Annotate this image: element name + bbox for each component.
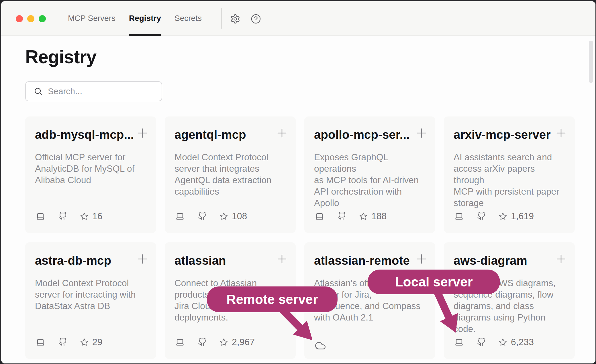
star-icon [219,338,228,347]
server-name: apollo-mcp-ser... [314,128,417,142]
card-footer: 2,967 [175,337,286,347]
help-icon [251,14,261,24]
laptop-icon [175,211,185,221]
star-count: 1,619 [511,211,534,221]
star-icon [80,338,89,347]
scrollbar-thumb[interactable] [589,41,593,83]
server-name: aws-diagram [454,254,557,268]
laptop-icon [36,211,45,221]
star-count: 188 [371,211,387,221]
zoom-window-button[interactable] [39,15,46,22]
server-description: Model Context Protocol server for intera… [35,277,146,312]
card-footer: 29 [36,337,146,347]
server-card[interactable]: apollo-mcp-ser... Exposes GraphQL operat… [304,116,435,233]
close-window-button[interactable] [16,15,23,22]
settings-button[interactable] [230,14,240,24]
plus-icon [555,253,567,265]
plus-icon [555,127,567,139]
server-card[interactable]: atlassian Connect to Atlassian products … [165,242,296,359]
github-icon [58,212,67,221]
card-footer: 16 [36,211,146,221]
star-count: 6,233 [511,337,534,347]
github-icon [58,338,67,347]
server-card[interactable]: arxiv-mcp-server AI assistants search an… [444,116,575,233]
star-count: 16 [92,211,103,221]
laptop-icon [315,211,324,221]
titlebar: MCP Servers Registry Secrets [1,1,595,36]
plus-icon [136,127,149,139]
add-server-button[interactable] [136,253,149,265]
plus-icon [276,127,288,139]
plus-icon [276,253,288,265]
plus-icon [415,253,428,265]
minimize-window-button[interactable] [27,15,34,22]
laptop-icon [454,211,464,221]
tab-registry[interactable]: Registry [129,1,161,35]
add-server-button[interactable] [415,127,428,139]
card-footer: 188 [315,211,426,221]
search-icon [34,87,43,96]
header-divider [221,8,222,29]
registry-content: Registry adb-mysql-mcp... Official MCP s… [1,36,595,363]
github-icon [338,212,346,221]
github-icon [477,212,486,221]
server-name: atlassian [175,254,278,268]
server-description: Atlassian's official MCP server for Jira… [314,277,426,323]
server-card[interactable]: astra-db-mcp Model Context Protocol serv… [25,242,156,359]
star-icon [499,338,507,347]
server-description: Generate AWS diagrams, sequence diagrams… [454,277,565,335]
star-icon [499,212,507,221]
server-name: agentql-mcp [175,128,278,142]
card-footer-remote [315,340,326,351]
card-footer: 1,619 [454,211,565,221]
star-count: 29 [92,337,103,347]
cloud-icon [315,340,326,351]
add-server-button[interactable] [415,253,428,265]
add-server-button[interactable] [555,253,567,265]
star-icon [80,212,89,221]
search-box [25,81,162,101]
page-title: Registry [25,46,96,68]
server-description: Official MCP server for AnalyticDB for M… [35,151,146,186]
card-footer: 6,233 [454,337,565,347]
star-icon [219,212,228,221]
app-window: MCP Servers Registry Secrets [1,1,596,364]
server-name: astra-db-mcp [35,254,138,268]
server-name: arxiv-mcp-server [454,128,557,142]
server-name: adb-mysql-mcp... [35,128,138,142]
server-card[interactable]: adb-mysql-mcp... Official MCP server for… [25,116,156,233]
gear-icon [230,14,240,24]
server-card[interactable]: atlassian-remote Atlassian's official MC… [304,242,435,359]
github-icon [477,338,486,347]
plus-icon [136,253,149,265]
server-description: Connect to Atlassian products including … [175,277,286,323]
laptop-icon [175,337,185,347]
laptop-icon [36,337,45,347]
help-button[interactable] [251,14,261,24]
star-icon [359,212,368,221]
add-server-button[interactable] [276,127,288,139]
server-description: Exposes GraphQL operations as MCP tools … [314,151,426,209]
plus-icon [415,127,428,139]
server-name: atlassian-remote [314,254,417,268]
add-server-button[interactable] [555,127,567,139]
server-description: Model Context Protocol server that integ… [175,151,286,197]
server-description: AI assistants search and access arXiv pa… [454,151,565,209]
server-card[interactable]: agentql-mcp Model Context Protocol serve… [165,116,296,233]
star-count: 108 [232,211,247,221]
add-server-button[interactable] [276,253,288,265]
server-card[interactable]: aws-diagram Generate AWS diagrams, seque… [444,242,575,359]
github-icon [198,338,207,347]
search-input[interactable] [47,86,157,96]
tab-mcp-servers[interactable]: MCP Servers [68,1,115,35]
add-server-button[interactable] [136,127,149,139]
header-tabs: MCP Servers Registry Secrets [68,1,202,35]
star-count: 2,967 [232,337,255,347]
tab-secrets[interactable]: Secrets [175,1,202,35]
laptop-icon [454,337,464,347]
github-icon [198,212,207,221]
card-footer: 108 [175,211,286,221]
server-card-grid: adb-mysql-mcp... Official MCP server for… [25,116,575,359]
